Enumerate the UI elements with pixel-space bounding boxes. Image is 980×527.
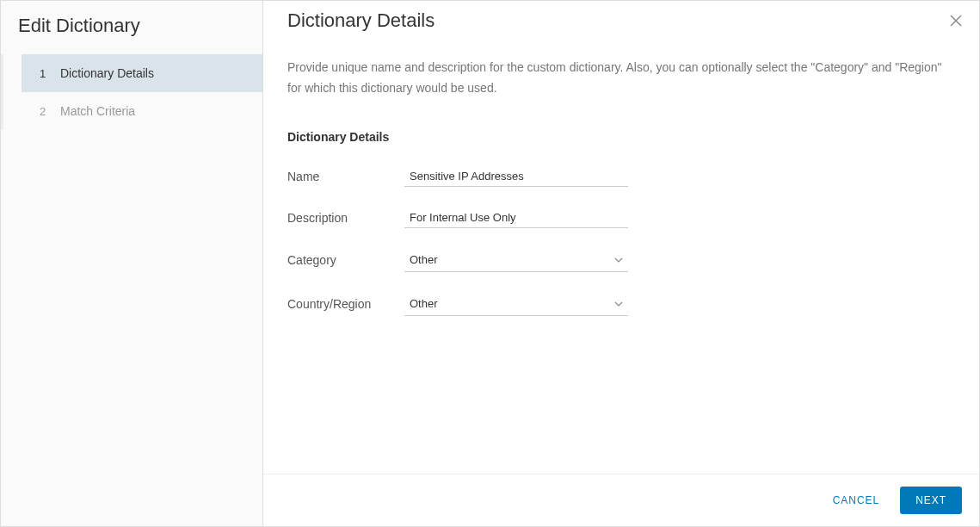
category-value: Other (410, 253, 614, 266)
step-label: Dictionary Details (60, 66, 154, 80)
wizard-sidebar: Edit Dictionary 1 Dictionary Details 2 M… (1, 1, 263, 526)
region-select[interactable]: Other (404, 293, 628, 316)
close-icon (950, 15, 962, 30)
next-button[interactable]: NEXT (900, 487, 962, 514)
step-match-criteria[interactable]: 2 Match Criteria (24, 92, 262, 130)
step-label: Match Criteria (60, 104, 135, 118)
edit-dictionary-dialog: Edit Dictionary 1 Dictionary Details 2 M… (0, 0, 980, 527)
category-select[interactable]: Other (404, 249, 628, 272)
description-input-wrap (404, 208, 628, 228)
help-text: Provide unique name and description for … (287, 58, 955, 99)
sidebar-title: Edit Dictionary (1, 9, 262, 54)
region-label: Country/Region (287, 297, 404, 311)
step-number: 1 (40, 67, 55, 80)
dialog-footer: CANCEL NEXT (263, 474, 979, 526)
wizard-steps: 1 Dictionary Details 2 Match Criteria (1, 54, 262, 130)
section-heading: Dictionary Details (287, 130, 955, 144)
region-value: Other (410, 297, 614, 310)
close-button[interactable] (946, 13, 965, 32)
category-select-wrap: Other (404, 249, 628, 272)
name-input[interactable] (404, 166, 628, 187)
cancel-button[interactable]: CANCEL (829, 487, 883, 513)
name-label: Name (287, 170, 404, 183)
region-select-wrap: Other (404, 293, 628, 316)
form-row-name: Name (287, 166, 955, 187)
main-header: Dictionary Details (263, 1, 979, 32)
step-dictionary-details[interactable]: 1 Dictionary Details (24, 54, 262, 92)
step-number: 2 (40, 105, 55, 118)
chevron-down-icon (614, 296, 623, 312)
description-input[interactable] (404, 208, 628, 228)
form-row-region: Country/Region Other (287, 293, 955, 316)
page-title: Dictionary Details (287, 9, 955, 32)
category-label: Category (287, 253, 404, 267)
main-body: Provide unique name and description for … (263, 32, 979, 474)
main-panel: Dictionary Details Provide unique name a… (263, 1, 979, 526)
name-input-wrap (404, 166, 628, 187)
form-row-category: Category Other (287, 249, 955, 272)
form-row-description: Description (287, 208, 955, 228)
description-label: Description (287, 211, 404, 225)
chevron-down-icon (614, 252, 623, 268)
